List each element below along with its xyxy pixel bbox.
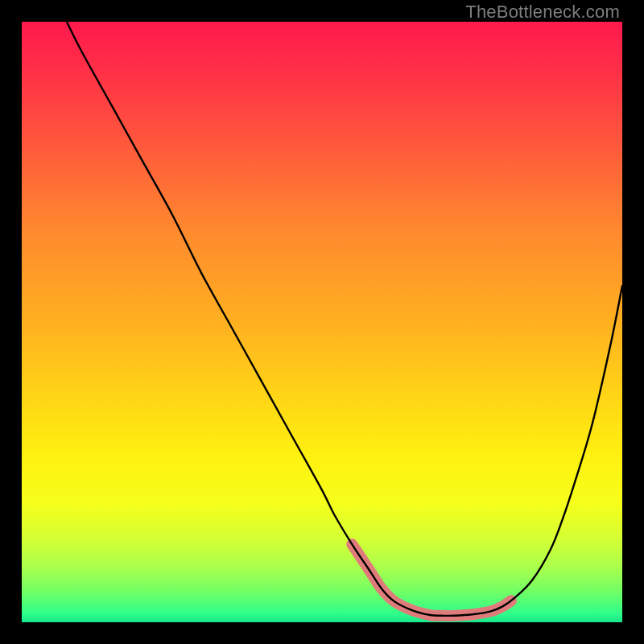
- bottleneck-curve: [67, 22, 622, 616]
- chart-stage: TheBottleneck.com: [0, 0, 644, 644]
- plot-area: [22, 22, 622, 622]
- watermark-text: TheBottleneck.com: [465, 2, 620, 23]
- curve-layer: [22, 22, 622, 622]
